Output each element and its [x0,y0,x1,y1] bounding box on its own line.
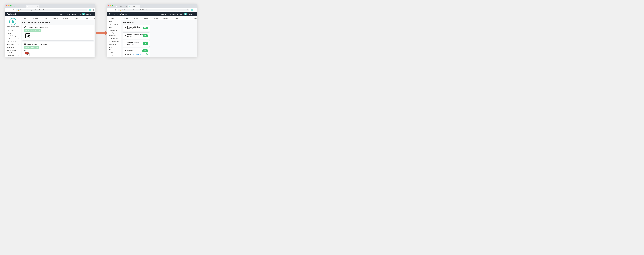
sidebar-item[interactable]: App Pages› [5,43,20,46]
chevron-right-icon: › [119,49,119,51]
sidebar-item[interactable]: Audio› [107,46,121,49]
sidebar-item[interactable]: Videos› [107,49,121,51]
integrations-tabs: DocsEventsAudioFacebookInstagramTwitterV… [20,16,95,20]
zoom-dot[interactable] [112,5,113,7]
integration-tab[interactable]: Instagram [61,16,71,20]
sidebar-item[interactable]: Sermon Notes› [5,49,20,52]
sidebar-item[interactable]: Tabs› [107,26,121,29]
org-id-dropdown[interactable]: (39246)▾ [160,13,168,15]
address-bar[interactable]: 🔒 dash.churchlinkapp.com/Dash/Feeds/Inde… [16,9,88,11]
account-dropdown[interactable]: Account▾ [187,13,195,15]
integration-tab[interactable]: YouTube [192,16,197,20]
add-document-feed-button[interactable]: ✚ Add Document Feed [24,29,41,32]
help-link[interactable]: Help [78,13,82,15]
close-tab-icon[interactable]: × [139,6,140,7]
window-controls[interactable] [6,5,12,7]
close-dot[interactable] [108,5,109,7]
minimize-dot[interactable] [8,5,10,7]
integration-tab[interactable]: Audio [141,16,151,20]
sidebar-item[interactable]: Push Messages› [5,52,20,54]
sidebar-item[interactable]: Geofences› [5,54,20,57]
address-bar[interactable]: 🔒 tithelyapp.azurewebsites.net/Dash/Feed… [118,9,189,11]
integration-tab[interactable]: Facebook [51,16,61,20]
sidebar-item[interactable]: Page Layouts› [107,29,121,32]
integration-tab[interactable]: Docs [121,16,131,20]
reload-icon[interactable]: ⟳ [13,9,15,11]
sidebar-item[interactable]: Geofences› [107,43,121,46]
account-avatar-icon[interactable] [82,13,85,16]
back-icon[interactable]: ← [6,9,8,11]
extension-icon[interactable] [190,9,193,11]
integration-tab[interactable]: Docs [20,16,31,20]
close-tab-icon[interactable]: × [37,6,38,7]
integration-tab[interactable]: Instagram [161,16,171,20]
add-button[interactable]: Add [142,27,148,29]
sidebar-item[interactable]: Home› [5,32,20,35]
sidebar-item[interactable]: Page Layouts› [5,40,20,43]
add-button[interactable]: Add [142,49,148,52]
sidebar-item[interactable]: Analytics› [5,29,20,32]
integration-tab[interactable]: Vimeo [81,16,91,20]
browser-tab[interactable]: ▲ Feeds × [128,5,140,8]
org-id-dropdown[interactable]: (39246)▾ [58,13,66,15]
integration-tab[interactable]: Events [131,16,141,20]
account-dropdown[interactable]: Account▾ [85,13,94,15]
sidebar-item[interactable]: Tithe.ly Giving› [5,35,20,37]
sidebar-item[interactable]: Home› [107,20,121,23]
sidebar: Analytics›Home›Tithe.ly Giving›Tabs›Page… [107,16,121,57]
sidebar-item[interactable]: Tabs› [5,37,20,40]
user-name[interactable]: John.Holtkamp [66,13,78,15]
sidebar-item-label: Push Messages [109,41,119,42]
integration-tab[interactable]: Vimeo [181,16,192,20]
reload-icon[interactable]: ⟳ [115,9,117,11]
account-avatar-icon[interactable] [184,13,187,16]
new-tab-button[interactable]: + [140,5,144,8]
forward-icon[interactable]: → [10,9,12,11]
sidebar-item[interactable]: App Pages› [107,32,121,34]
sidebar-item[interactable]: Integrations› [5,46,20,49]
integration-tab[interactable]: Facebook [151,16,161,20]
sidebar-item-label: Home [109,21,112,22]
sidebar-item[interactable]: Analytics› [107,17,121,20]
tab-name-link[interactable]: "Facebook" Tab [132,54,142,55]
back-icon[interactable]: ← [108,9,110,11]
add-button[interactable]: Add [142,42,148,45]
sidebar-item[interactable]: Events› [107,51,121,54]
browser-tab[interactable]: ▲ Feeds × [13,5,26,8]
integration-tab[interactable]: Twitter [171,16,181,20]
forward-icon[interactable]: → [111,9,113,11]
user-name[interactable]: John.Holtkamp [168,13,179,15]
help-link[interactable]: Help [179,13,184,15]
browser-tab[interactable]: ▲ Feeds × [115,5,128,8]
close-tab-icon[interactable]: × [24,6,25,7]
integration-tab[interactable]: YouTube [91,16,95,20]
sidebar-item[interactable]: Tithe.ly Giving› [107,23,121,26]
browser-menu-icon[interactable]: ⋮ [194,9,196,11]
browser-tab[interactable]: ▲ Feeds × [26,5,39,8]
svg-point-3 [25,34,25,34]
content-area[interactable]: DocsEventsAudioFacebookInstagramTwitterV… [20,16,95,57]
integration-tab[interactable]: Audio [41,16,51,20]
content-area[interactable]: DocsEventsAudioFacebookInstagramTwitterV… [121,16,197,57]
zoom-dot[interactable] [10,5,12,7]
bookmark-icon[interactable]: ☆ [187,9,188,11]
extension-icon[interactable] [89,9,91,11]
sidebar-item[interactable]: Social› [107,54,121,57]
minimize-dot[interactable] [110,5,111,7]
window-controls[interactable] [108,5,113,7]
chevron-right-icon: › [119,29,119,31]
close-tab-icon[interactable]: × [126,6,127,7]
add-events-feed-button[interactable]: ✚ Add Events Feed [24,46,39,49]
sidebar-item[interactable]: Push Messages› [107,40,121,43]
integration-tab[interactable]: Twitter [71,16,81,20]
browser-menu-icon[interactable]: ⋮ [92,9,94,11]
new-tab-button[interactable]: + [39,5,42,8]
sidebar-item[interactable]: Integrations› [107,34,121,37]
bookmark-icon[interactable]: ☆ [85,9,86,11]
svg-rect-8 [24,44,26,44]
close-dot[interactable] [6,5,8,7]
sidebar-item[interactable]: Sermon Notes› [107,37,121,40]
add-button[interactable]: Add [142,35,148,37]
section-title: Facebook [127,50,134,52]
integration-tab[interactable]: Events [31,16,41,20]
